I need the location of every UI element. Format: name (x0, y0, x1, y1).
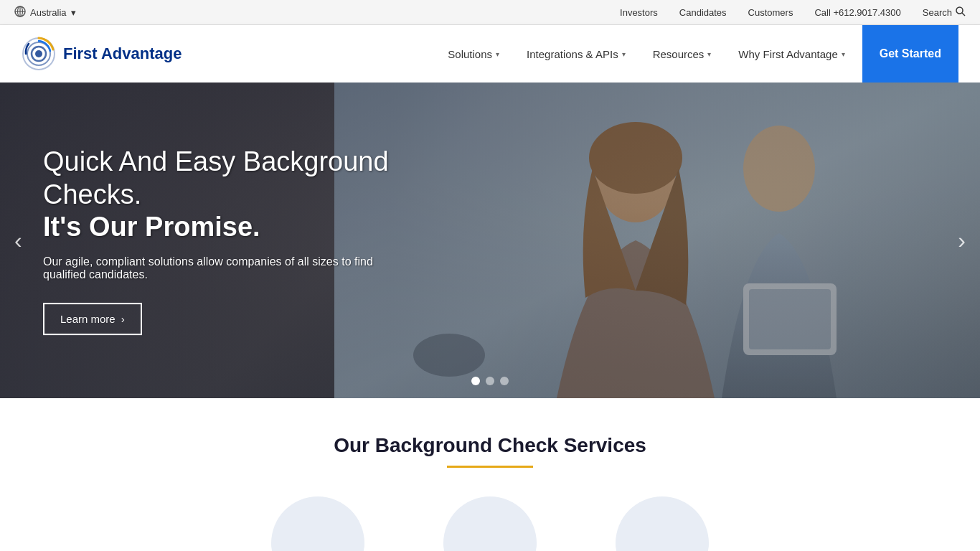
slider-next-button[interactable]: › (951, 220, 973, 261)
search-icon (956, 6, 966, 19)
services-title: Our Background Check Services (22, 434, 958, 457)
svg-point-12 (589, 122, 682, 194)
solutions-label: Solutions (448, 48, 492, 60)
service-card-2 (418, 496, 562, 551)
svg-point-4 (956, 7, 963, 14)
slider-dots (471, 377, 509, 385)
services-section: Our Background Check Services (0, 398, 980, 551)
logo[interactable]: First Advantage (22, 37, 182, 71)
phone-number[interactable]: Call +612.9017.4300 (814, 7, 900, 18)
search-button[interactable]: Search (923, 6, 966, 19)
hero-title-light: Quick And Easy Background Checks. (43, 146, 473, 211)
services-underline (447, 466, 533, 468)
logo-icon (22, 37, 56, 71)
slider-dot-1[interactable] (471, 377, 480, 385)
why-label: Why First Advantage (738, 48, 837, 60)
service-card-3 (590, 496, 734, 551)
svg-point-13 (743, 126, 815, 212)
get-started-button[interactable]: Get Started (862, 25, 958, 83)
service-circle-1 (271, 496, 364, 551)
integrations-label: Integrations & APIs (527, 48, 618, 60)
svg-point-9 (35, 50, 42, 57)
service-circle-3 (616, 496, 709, 551)
resources-chevron: ▾ (707, 50, 711, 58)
nav-links: Solutions ▾ Integrations & APIs ▾ Resour… (438, 25, 958, 83)
hero-title-bold: It's Our Promise. (43, 211, 473, 244)
slider-dot-3[interactable] (500, 377, 509, 385)
candidates-link[interactable]: Candidates (679, 7, 727, 18)
nav-integrations[interactable]: Integrations & APIs ▾ (517, 25, 636, 83)
hero-slider: Quick And Easy Background Checks. It's O… (0, 83, 980, 398)
slider-prev-button[interactable]: ‹ (7, 220, 29, 261)
nav-resources[interactable]: Resources ▾ (643, 25, 722, 83)
main-nav: First Advantage Solutions ▾ Integrations… (0, 25, 980, 83)
solutions-chevron: ▾ (496, 50, 499, 58)
svg-rect-15 (749, 289, 831, 349)
learn-more-label: Learn more (60, 313, 116, 325)
globe-icon (14, 6, 26, 19)
hero-content: Quick And Easy Background Checks. It's O… (43, 146, 473, 335)
top-bar-links: Investors Candidates Customers Call +612… (620, 6, 966, 19)
customers-link[interactable]: Customers (748, 7, 793, 18)
why-chevron: ▾ (842, 50, 845, 58)
service-circle-2 (443, 496, 537, 551)
svg-line-5 (962, 13, 965, 16)
nav-why-first-advantage[interactable]: Why First Advantage ▾ (728, 25, 854, 83)
hero-learn-more-button[interactable]: Learn more › (43, 303, 142, 335)
logo-text: First Advantage (63, 44, 182, 63)
search-label: Search (923, 7, 952, 18)
hero-subtitle: Our agile, compliant solutions allow com… (43, 255, 416, 281)
region-selector[interactable]: Australia ▾ (14, 6, 76, 19)
service-card-1 (246, 496, 390, 551)
services-cards (22, 496, 958, 551)
region-chevron: ▾ (71, 7, 76, 18)
integrations-chevron: ▾ (622, 50, 626, 58)
svg-point-16 (413, 334, 485, 377)
nav-solutions[interactable]: Solutions ▾ (438, 25, 509, 83)
learn-more-arrow: › (121, 313, 125, 325)
resources-label: Resources (653, 48, 705, 60)
investors-link[interactable]: Investors (620, 7, 658, 18)
region-label: Australia (30, 7, 67, 18)
slider-dot-2[interactable] (486, 377, 494, 385)
top-bar: Australia ▾ Investors Candidates Custome… (0, 0, 980, 25)
